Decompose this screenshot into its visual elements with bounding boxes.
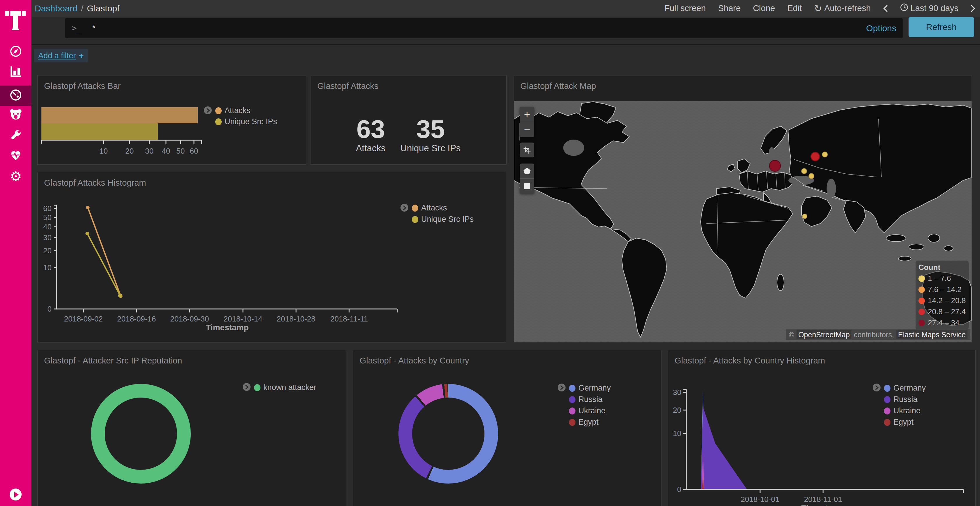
svg-text:20: 20: [126, 147, 134, 155]
legend-expand-button[interactable]: [873, 384, 881, 392]
gauge-icon: [10, 89, 22, 102]
sidebar-item-discover[interactable]: [10, 46, 22, 58]
reputation-donut-chart[interactable]: [91, 384, 191, 484]
world-map[interactable]: [514, 101, 972, 343]
svg-text:30: 30: [673, 388, 681, 397]
clone-button[interactable]: Clone: [753, 3, 775, 13]
expand-arrow-icon: [14, 492, 19, 498]
sidebar-item-visualize[interactable]: [10, 66, 22, 78]
time-forward-button[interactable]: [970, 5, 975, 12]
legend-dot-egypt: [569, 419, 576, 426]
refresh-cycle-icon: ↻: [814, 3, 822, 14]
top-navbar: Dashboard/Glastopf Full screen Share Clo…: [31, 0, 980, 17]
legend-expand-button[interactable]: [204, 106, 212, 114]
compass-icon: [10, 45, 22, 59]
svg-text:2018-11-01: 2018-11-01: [804, 495, 842, 504]
map-fit-control: [520, 143, 535, 157]
gear-icon: ⚙: [10, 170, 22, 183]
panel-attacks-metric: Glastopf Attacks 63 Attacks 35 Unique Sr…: [310, 75, 507, 165]
legend-dot-egypt: [884, 419, 891, 426]
svg-text:0: 0: [677, 485, 681, 494]
zoom-out-button[interactable]: −: [520, 122, 535, 137]
legend-dot: [918, 276, 925, 282]
chevron-right-icon: [402, 205, 407, 211]
time-back-button[interactable]: [883, 5, 888, 12]
elastic-maps-link[interactable]: Elastic Maps Service: [896, 330, 967, 339]
sidebar-item-dashboard[interactable]: [10, 89, 22, 102]
legend-dot-attacks: [412, 205, 418, 212]
legend-dot-germany: [569, 385, 576, 392]
legend-dot-unique-src-ips: [412, 216, 418, 223]
draw-polygon-icon[interactable]: [520, 163, 535, 178]
panel-title: Glastopf Attacks: [317, 81, 379, 91]
full-screen-button[interactable]: Full screen: [664, 3, 706, 13]
breadcrumb-dashboard-link[interactable]: Dashboard: [35, 3, 78, 13]
legend-dot: [918, 287, 925, 293]
svg-text:2018-09-16: 2018-09-16: [117, 314, 156, 323]
svg-text:10: 10: [43, 263, 52, 272]
sidebar-expand-button[interactable]: [10, 489, 22, 500]
zoom-in-button[interactable]: +: [520, 107, 535, 122]
svg-text:10: 10: [673, 429, 681, 438]
edit-button[interactable]: Edit: [787, 3, 802, 13]
legend-item: Attacks: [412, 203, 447, 213]
svg-text:10: 10: [99, 147, 108, 155]
breadcrumb: Dashboard/Glastopf: [35, 3, 119, 13]
map-count-legend: Count 1 – 7.6 7.6 – 14.2 14.2 – 20.8 20.…: [916, 260, 969, 330]
search-input[interactable]: >_ * Options: [65, 18, 903, 38]
breadcrumb-separator: /: [81, 3, 83, 13]
options-link[interactable]: Options: [866, 23, 896, 33]
svg-text:2018-10-28: 2018-10-28: [277, 314, 316, 323]
svg-text:40: 40: [162, 147, 170, 155]
time-range-picker[interactable]: Last 90 days: [900, 3, 958, 13]
filter-bar: Add a filter +: [31, 44, 980, 67]
refresh-button[interactable]: Refresh: [908, 17, 974, 37]
map-attribution: © OpenStreetMap contributors, Elastic Ma…: [786, 329, 970, 340]
attacks-line-chart[interactable]: 0 10 20 30 40 50 60 2018-09-02 2018-09-1…: [38, 172, 506, 342]
heartbeat-icon: [10, 149, 22, 163]
legend-expand-button[interactable]: [243, 383, 251, 391]
legend-item: Egypt: [884, 418, 913, 427]
draw-rectangle-icon[interactable]: [520, 178, 535, 194]
legend-item: Unique Src IPs: [412, 215, 474, 224]
chevron-right-icon: [560, 385, 564, 390]
legend-item: Ukraine: [569, 406, 606, 416]
chevron-right-icon: [970, 5, 975, 12]
svg-text:30: 30: [43, 233, 52, 242]
svg-text:2018-10-01: 2018-10-01: [741, 495, 780, 504]
country-area-chart[interactable]: 0 10 20 30 2018-10-01 2018-11-01 Timesta…: [668, 350, 975, 506]
crop-icon[interactable]: [520, 143, 535, 157]
svg-text:2018-09-30: 2018-09-30: [170, 314, 209, 323]
svg-text:50: 50: [177, 147, 185, 155]
svg-text:2018-09-02: 2018-09-02: [64, 314, 103, 323]
legend-expand-button[interactable]: [401, 204, 408, 212]
panel-attacks-by-country: Glastopf - Attacks by Country Germany Ru…: [353, 350, 662, 506]
sidebar-item-dev-tools[interactable]: [10, 129, 22, 142]
sidebar-item-management[interactable]: ⚙: [10, 170, 22, 182]
openstreetmap-link[interactable]: OpenStreetMap: [797, 330, 852, 339]
chevron-right-icon: [875, 385, 879, 390]
share-button[interactable]: Share: [718, 3, 741, 13]
sidebar-item-monitoring[interactable]: [10, 150, 22, 162]
add-filter-button[interactable]: Add a filter +: [34, 49, 88, 62]
plus-icon: +: [79, 51, 84, 60]
panel-attacks-bar: Glastopf Attacks Bar 10 20 30 40 50 60 A…: [37, 75, 306, 165]
panel-country-histogram: Glastopf - Attacks by Country Histogram …: [668, 350, 975, 506]
svg-text:2018-10-14: 2018-10-14: [224, 314, 262, 323]
legend-item: Unique Src IPs: [215, 117, 277, 126]
legend-dot: [918, 298, 925, 304]
chevron-left-icon: [883, 5, 888, 12]
query-value[interactable]: *: [92, 23, 95, 33]
legend-dot-russia: [569, 396, 576, 403]
legend-item: Germany: [884, 384, 926, 393]
panel-attack-map: Glastopf Attack Map: [514, 75, 972, 343]
legend-expand-button[interactable]: [558, 384, 566, 392]
breadcrumb-current: Glastopf: [87, 3, 119, 13]
telekom-logo[interactable]: [5, 4, 25, 33]
svg-text:Timestamp: Timestamp: [801, 504, 844, 506]
legend-dot-germany: [884, 385, 891, 392]
sidebar-item-tpot[interactable]: [10, 109, 22, 121]
metric-attacks: 63 Attacks: [336, 116, 406, 154]
auto-refresh-button[interactable]: ↻ Auto-refresh: [814, 3, 870, 14]
svg-text:Timestamp: Timestamp: [205, 323, 248, 332]
